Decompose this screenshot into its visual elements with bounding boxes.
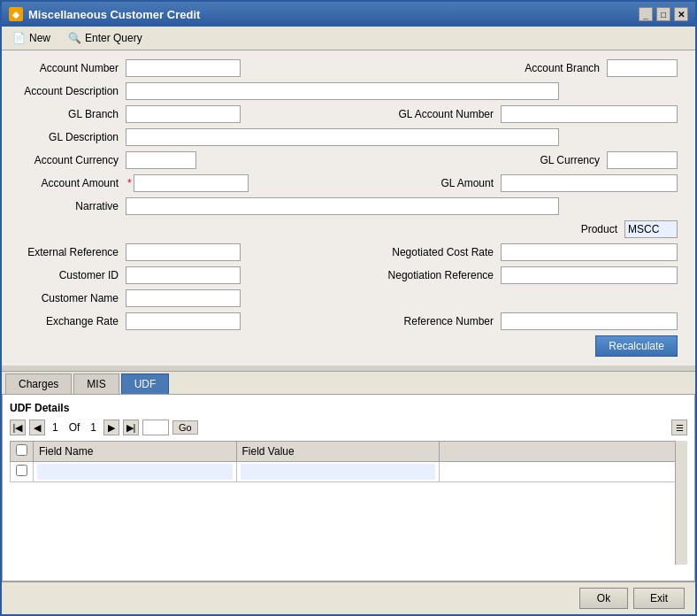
tab-charges[interactable]: Charges (5, 373, 72, 394)
account-branch-label: Account Branch (492, 62, 607, 74)
udf-section-title: UDF Details (10, 402, 687, 414)
reference-number-input[interactable] (501, 312, 678, 330)
gl-branch-input[interactable] (126, 105, 241, 123)
page-of-label: Of (69, 421, 80, 434)
account-currency-label: Account Currency (19, 154, 126, 166)
customer-name-input[interactable] (126, 289, 241, 307)
row-account-description: Account Description (19, 82, 678, 100)
maximize-button[interactable]: □ (656, 7, 670, 21)
group-account-description: Account Description (19, 82, 678, 100)
negotiation-reference-input[interactable] (501, 266, 678, 284)
row-checkbox[interactable] (16, 465, 27, 476)
account-currency-input[interactable] (126, 151, 196, 169)
account-amount-label: Account Amount (19, 177, 126, 189)
exchange-rate-input[interactable] (126, 312, 241, 330)
enter-query-button[interactable]: 🔍 Enter Query (65, 30, 146, 46)
customer-id-input[interactable] (126, 266, 241, 284)
footer: Ok Exit (2, 581, 695, 614)
row-currencies: Account Currency GL Currency (19, 151, 678, 169)
toolbar: 📄 New 🔍 Enter Query (2, 27, 695, 50)
account-number-label: Account Number (19, 62, 126, 74)
header-field-value: Field Value (236, 442, 440, 462)
gl-amount-label: GL Amount (386, 177, 501, 189)
gl-account-number-input[interactable] (501, 105, 678, 123)
group-customer-name: Customer Name (19, 289, 678, 307)
gl-amount-input[interactable] (501, 174, 678, 192)
row-amounts: Account Amount * GL Amount (19, 174, 678, 192)
gl-currency-label: GL Currency (492, 154, 607, 166)
negotiated-cost-rate-label: Negotiated Cost Rate (359, 246, 501, 258)
row-account-number: Account Number Account Branch (19, 59, 678, 77)
account-amount-input[interactable] (134, 174, 249, 192)
group-gl-description: GL Description (19, 128, 678, 146)
row-product: Product (19, 220, 678, 238)
close-button[interactable]: ✕ (674, 7, 688, 21)
page-go-input[interactable] (142, 420, 169, 435)
gl-description-input[interactable] (126, 128, 559, 146)
header-checkbox-cell (11, 442, 34, 462)
page-go-button[interactable]: Go (172, 420, 198, 435)
group-gl-amount: GL Amount (348, 174, 678, 192)
row-gl-branch: GL Branch GL Account Number (19, 105, 678, 123)
row-narrative: Narrative (19, 197, 678, 215)
window-title: Miscellaneous Customer Credit (28, 8, 200, 21)
row-customer-id: Customer ID Negotiation Reference (19, 266, 678, 284)
group-negotiation-reference: Negotiation Reference (348, 266, 678, 284)
group-gl-branch: GL Branch (19, 105, 348, 123)
negotiated-cost-rate-input[interactable] (501, 243, 678, 261)
new-button[interactable]: 📄 New (9, 30, 54, 46)
account-description-input[interactable] (126, 82, 559, 100)
row-gl-description: GL Description (19, 128, 678, 146)
reference-number-label: Reference Number (359, 315, 501, 327)
udf-table: Field Name Field Value (10, 441, 687, 482)
gl-branch-label: GL Branch (19, 108, 126, 120)
table-row (11, 462, 687, 482)
exit-button[interactable]: Exit (633, 588, 685, 609)
row-field-value-input[interactable] (241, 464, 436, 480)
product-input[interactable] (624, 220, 678, 238)
product-label: Product (297, 223, 624, 235)
external-reference-label: External Reference (19, 246, 126, 258)
group-product: Product (19, 220, 678, 238)
udf-table-header: Field Name Field Value (11, 442, 687, 462)
account-number-input[interactable] (126, 59, 241, 77)
pagination-bar: |◀ ◀ 1 Of 1 ▶ ▶| Go ☰ (10, 420, 687, 435)
gl-currency-input[interactable] (607, 151, 678, 169)
exchange-rate-label: Exchange Rate (19, 315, 126, 327)
list-view-icon[interactable]: ☰ (671, 420, 687, 435)
tab-udf[interactable]: UDF (121, 373, 170, 394)
group-gl-currency: GL Currency (348, 151, 678, 169)
tabs-bar: Charges MIS UDF (2, 371, 695, 395)
group-narrative: Narrative (19, 197, 678, 215)
new-icon: 📄 (12, 32, 26, 44)
row-field-name-input[interactable] (37, 464, 233, 480)
next-page-button[interactable]: ▶ (103, 420, 119, 435)
row-customer-name: Customer Name (19, 289, 678, 307)
first-page-button[interactable]: |◀ (10, 420, 26, 435)
page-current: 1 (52, 421, 58, 434)
gl-account-number-label: GL Account Number (368, 108, 501, 120)
last-page-button[interactable]: ▶| (123, 420, 139, 435)
page-total: 1 (90, 421, 96, 434)
recalculate-button[interactable]: Recalculate (595, 335, 678, 357)
minimize-button[interactable]: _ (639, 7, 653, 21)
narrative-label: Narrative (19, 200, 126, 212)
ok-button[interactable]: Ok (579, 588, 628, 609)
header-row: Field Name Field Value (11, 442, 687, 462)
gl-description-label: GL Description (19, 131, 126, 143)
prev-page-button[interactable]: ◀ (29, 420, 45, 435)
external-reference-input[interactable] (126, 243, 241, 261)
narrative-input[interactable] (126, 197, 559, 215)
row-external-reference: External Reference Negotiated Cost Rate (19, 243, 678, 261)
group-negotiated-cost-rate: Negotiated Cost Rate (348, 243, 678, 261)
tab-mis[interactable]: MIS (73, 373, 119, 394)
account-branch-input[interactable] (607, 59, 678, 77)
group-account-branch: Account Branch (348, 59, 678, 77)
select-all-checkbox[interactable] (16, 444, 27, 456)
row-extra-cell (440, 462, 687, 482)
vertical-scrollbar[interactable] (675, 441, 687, 565)
app-icon: ◆ (9, 7, 23, 21)
main-window: ◆ Miscellaneous Customer Credit _ □ ✕ 📄 … (0, 0, 697, 616)
row-checkbox-cell (11, 462, 34, 482)
row-recalculate: Recalculate (19, 335, 678, 357)
